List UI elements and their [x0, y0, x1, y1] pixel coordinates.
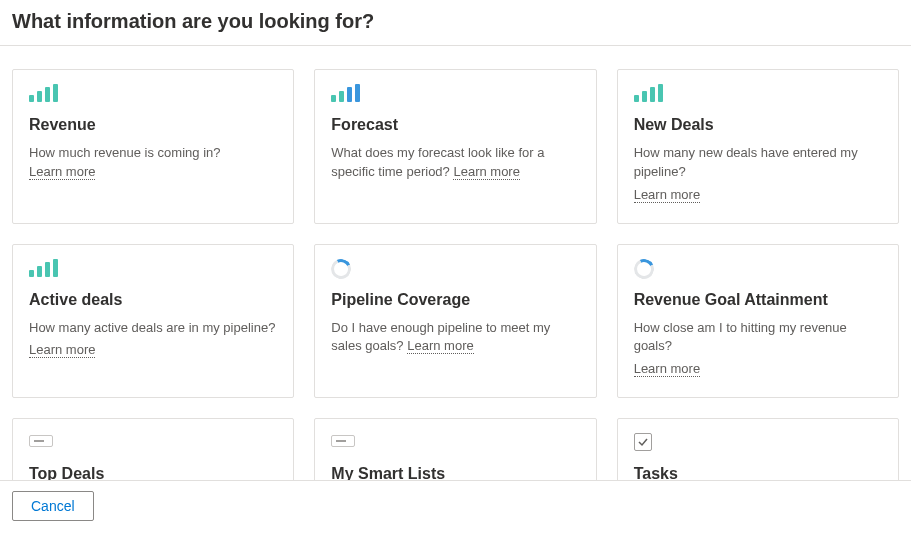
card-title: Active deals	[29, 291, 277, 309]
progress-arc-icon	[631, 256, 657, 282]
card-description-text: How many new deals have entered my pipel…	[634, 145, 858, 179]
card-scroll-area[interactable]: RevenueHow much revenue is coming in? Le…	[0, 55, 911, 480]
card-title: Pipeline Coverage	[331, 291, 579, 309]
card-title: New Deals	[634, 116, 882, 134]
card-icon-slot	[634, 84, 882, 106]
page-title: What information are you looking for?	[12, 10, 899, 33]
card-icon-slot	[331, 433, 579, 455]
learn-more-link[interactable]: Learn more	[407, 338, 473, 354]
list-card-icon	[331, 435, 355, 447]
card-description-text: How close am I to hitting my revenue goa…	[634, 320, 847, 354]
bar-chart-icon	[29, 84, 58, 102]
card-title: My Smart Lists	[331, 465, 579, 480]
card-icon-slot	[29, 259, 277, 281]
card-icon-slot	[634, 259, 882, 281]
progress-arc-icon	[329, 256, 355, 282]
card-forecast[interactable]: ForecastWhat does my forecast look like …	[314, 69, 596, 224]
card-icon-slot	[29, 84, 277, 106]
dialog-header: What information are you looking for?	[0, 0, 911, 45]
checkbox-icon	[634, 433, 652, 451]
card-revenue-goal-attainment[interactable]: Revenue Goal AttainmentHow close am I to…	[617, 244, 899, 399]
card-active-deals[interactable]: Active dealsHow many active deals are in…	[12, 244, 294, 399]
card-revenue[interactable]: RevenueHow much revenue is coming in? Le…	[12, 69, 294, 224]
card-title: Tasks	[634, 465, 882, 480]
card-top-deals[interactable]: Top DealsWhat's the latest activity on m…	[12, 418, 294, 480]
card-grid: RevenueHow much revenue is coming in? Le…	[0, 55, 911, 480]
learn-more-link[interactable]: Learn more	[29, 164, 95, 180]
cancel-button[interactable]: Cancel	[12, 491, 94, 521]
bar-chart-icon	[634, 84, 663, 102]
card-title: Revenue	[29, 116, 277, 134]
card-description: How much revenue is coming in? Learn mor…	[29, 144, 277, 182]
card-title: Top Deals	[29, 465, 277, 480]
card-my-smart-lists[interactable]: My Smart ListsWhat's the latest activity…	[314, 418, 596, 480]
card-description: What does my forecast look like for a sp…	[331, 144, 579, 182]
card-icon-slot	[331, 84, 579, 106]
card-icon-slot	[331, 259, 579, 281]
list-card-icon	[29, 435, 53, 447]
learn-more-row: Learn more	[634, 360, 882, 379]
card-title: Forecast	[331, 116, 579, 134]
card-description-text: How many active deals are in my pipeline…	[29, 320, 275, 335]
card-description: How many active deals are in my pipeline…	[29, 319, 277, 338]
bar-chart-icon	[331, 84, 360, 102]
bar-chart-icon	[29, 259, 58, 277]
card-description-text: How much revenue is coming in?	[29, 145, 220, 160]
card-title: Revenue Goal Attainment	[634, 291, 882, 309]
card-new-deals[interactable]: New DealsHow many new deals have entered…	[617, 69, 899, 224]
learn-more-row: Learn more	[634, 186, 882, 205]
learn-more-link[interactable]: Learn more	[29, 342, 95, 358]
card-description: How close am I to hitting my revenue goa…	[634, 319, 882, 357]
card-icon-slot	[29, 433, 277, 455]
card-description: Do I have enough pipeline to meet my sal…	[331, 319, 579, 357]
card-description: How many new deals have entered my pipel…	[634, 144, 882, 182]
learn-more-link[interactable]: Learn more	[453, 164, 519, 180]
dialog-footer: Cancel	[0, 480, 911, 536]
learn-more-link[interactable]: Learn more	[634, 187, 700, 203]
learn-more-link[interactable]: Learn more	[634, 361, 700, 377]
card-pipeline-coverage[interactable]: Pipeline CoverageDo I have enough pipeli…	[314, 244, 596, 399]
header-divider	[0, 45, 911, 46]
card-icon-slot	[634, 433, 882, 455]
card-tasks[interactable]: TasksWhat tasks do I need to complete?	[617, 418, 899, 480]
learn-more-row: Learn more	[29, 341, 277, 360]
